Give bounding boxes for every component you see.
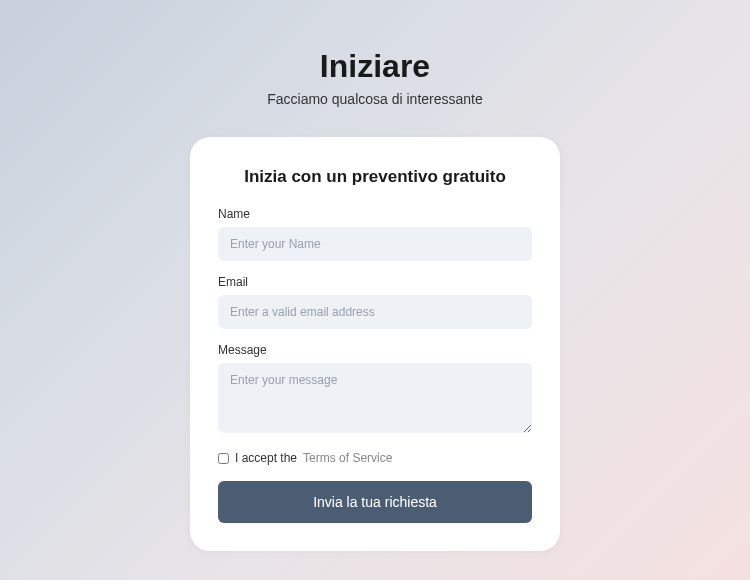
terms-row: I accept the Terms of Service bbox=[218, 451, 532, 465]
name-label: Name bbox=[218, 207, 532, 221]
email-input[interactable] bbox=[218, 295, 532, 329]
message-input[interactable] bbox=[218, 363, 532, 433]
message-label: Message bbox=[218, 343, 532, 357]
terms-prefix: I accept the bbox=[235, 451, 297, 465]
card-title: Inizia con un preventivo gratuito bbox=[218, 167, 532, 187]
submit-button[interactable]: Invia la tua richiesta bbox=[218, 481, 532, 523]
terms-link[interactable]: Terms of Service bbox=[303, 451, 392, 465]
page-title: Iniziare bbox=[320, 48, 430, 85]
email-label: Email bbox=[218, 275, 532, 289]
name-input[interactable] bbox=[218, 227, 532, 261]
terms-checkbox[interactable] bbox=[218, 453, 229, 464]
form-card: Inizia con un preventivo gratuito Name E… bbox=[190, 137, 560, 551]
page-subtitle: Facciamo qualcosa di interessante bbox=[267, 91, 483, 107]
